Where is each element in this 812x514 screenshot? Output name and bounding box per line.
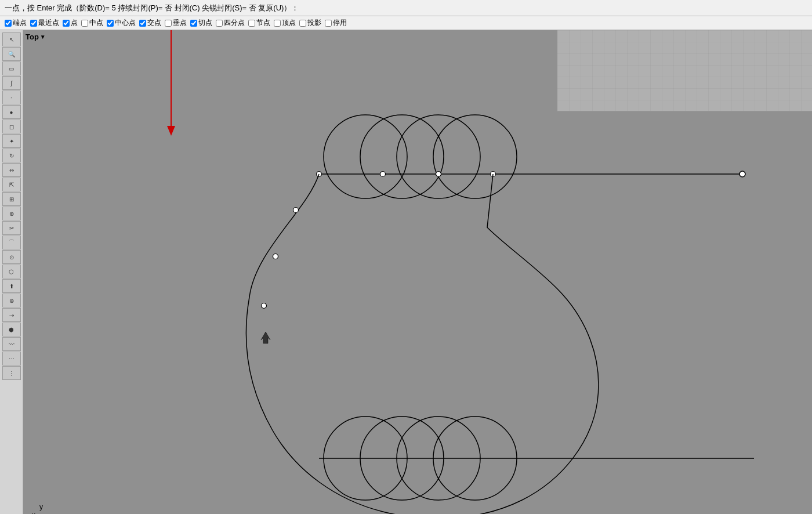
top-circle-3 (397, 115, 480, 198)
snap-label-最近点: 最近点 (38, 18, 59, 28)
snap-checkbox-中心点[interactable] (107, 20, 114, 27)
tool-rectangle-select[interactable]: ▭ (2, 61, 21, 75)
viewport-name: Top (26, 32, 39, 41)
cursor-arrow (261, 332, 270, 343)
snap-checkbox-最近点[interactable] (30, 20, 37, 27)
tool-rotate[interactable]: ↻ (2, 149, 21, 162)
tool-more2[interactable]: ⋮ (2, 366, 21, 380)
control-point-2 (380, 172, 386, 177)
tool-fillet[interactable]: ⌒ (2, 236, 21, 249)
snap-label-端点: 端点 (13, 18, 27, 28)
tool-extrude[interactable]: ⬆ (2, 279, 21, 293)
snap-checkbox-节点[interactable] (248, 20, 255, 27)
tool-sweep[interactable]: ⇢ (2, 308, 21, 322)
snap-item-中点[interactable]: 中点 (81, 18, 103, 28)
tool-curve-tool[interactable]: ∫ (2, 76, 21, 90)
snap-checkbox-顶点[interactable] (274, 20, 281, 27)
main-curve (246, 174, 599, 514)
tool-transform[interactable]: ✦ (2, 134, 21, 148)
y-axis-label: y (39, 503, 43, 511)
snap-bar: 端点最近点点中点中心点交点垂点切点四分点节点顶点投影停用 (0, 16, 812, 30)
snap-label-垂点: 垂点 (173, 18, 187, 28)
left-toolbar: ↖🔍▭∫·●◻✦↻⇔⇱⊞⊕✂⌒⊙⬡⬆⊛⇢⬢〰⋯⋮ (0, 30, 23, 514)
snap-item-切点[interactable]: 切点 (190, 18, 212, 28)
snap-label-交点: 交点 (147, 18, 161, 28)
tool-trim[interactable]: ✂ (2, 221, 21, 235)
tool-sphere[interactable]: ● (2, 105, 21, 119)
tool-boolean[interactable]: ⊕ (2, 207, 21, 220)
top-circle-2 (360, 115, 444, 198)
snap-item-中心点[interactable]: 中心点 (107, 18, 136, 28)
curve-point-2 (273, 254, 278, 259)
snap-item-端点[interactable]: 端点 (5, 18, 27, 28)
tool-loft[interactable]: ⬡ (2, 265, 21, 278)
curve-point-3 (262, 303, 267, 309)
snap-item-节点[interactable]: 节点 (248, 18, 270, 28)
tool-more1[interactable]: ⋯ (2, 352, 21, 365)
curve-point-1 (293, 208, 299, 213)
svg-marker-2 (167, 126, 175, 136)
snap-item-点[interactable]: 点 (63, 18, 78, 28)
snap-checkbox-点[interactable] (63, 20, 70, 27)
svg-marker-3 (261, 332, 270, 343)
command-text: 一点，按 Enter 完成（阶数(D)= 5 持续封闭(P)= 否 封闭(C) … (5, 3, 299, 13)
x-axis-label: x (32, 511, 35, 514)
viewport[interactable]: Top ▼ (23, 30, 812, 514)
snap-checkbox-中点[interactable] (81, 20, 88, 27)
snap-label-点: 点 (71, 18, 78, 28)
snap-checkbox-切点[interactable] (190, 20, 197, 27)
snap-checkbox-四分点[interactable] (216, 20, 223, 27)
top-circle-1 (324, 115, 407, 198)
snap-item-垂点[interactable]: 垂点 (165, 18, 187, 28)
snap-item-四分点[interactable]: 四分点 (216, 18, 245, 28)
tool-offset[interactable]: ⊙ (2, 250, 21, 264)
tool-array[interactable]: ⊞ (2, 192, 21, 206)
tool-point-tool[interactable]: · (2, 91, 21, 104)
command-bar: 一点，按 Enter 完成（阶数(D)= 5 持续封闭(P)= 否 封闭(C) … (0, 0, 812, 16)
snap-label-中点: 中点 (89, 18, 103, 28)
snap-checkbox-交点[interactable] (139, 20, 146, 27)
snap-label-中心点: 中心点 (115, 18, 136, 28)
snap-label-节点: 节点 (256, 18, 270, 28)
tool-surface[interactable]: ◻ (2, 120, 21, 133)
tool-revolve[interactable]: ⊛ (2, 294, 21, 307)
tool-pointer[interactable]: ↖ (2, 32, 21, 46)
control-point-3 (436, 172, 441, 177)
viewport-dropdown-icon[interactable]: ▼ (40, 34, 46, 40)
snap-item-顶点[interactable]: 顶点 (274, 18, 296, 28)
tool-mirror[interactable]: ⇔ (2, 163, 21, 177)
snap-checkbox-停用[interactable] (325, 20, 332, 27)
top-circle-4 (433, 115, 517, 198)
snap-checkbox-端点[interactable] (5, 20, 12, 27)
snap-checkbox-垂点[interactable] (165, 20, 172, 27)
snap-label-切点: 切点 (198, 18, 212, 28)
snap-label-顶点: 顶点 (282, 18, 296, 28)
snap-checkbox-投影[interactable] (299, 20, 306, 27)
snap-item-投影[interactable]: 投影 (299, 18, 321, 28)
snap-label-四分点: 四分点 (224, 18, 245, 28)
canvas-svg[interactable]: x y (23, 30, 812, 514)
tool-blend[interactable]: 〰 (2, 337, 21, 351)
tool-zoom[interactable]: 🔍 (2, 47, 21, 61)
endpoint-right (740, 171, 745, 177)
red-arrow-indicator (167, 30, 175, 136)
snap-item-交点[interactable]: 交点 (139, 18, 161, 28)
snap-item-停用[interactable]: 停用 (325, 18, 347, 28)
snap-label-停用: 停用 (333, 18, 347, 28)
tool-patch[interactable]: ⬢ (2, 323, 21, 336)
tool-scale[interactable]: ⇱ (2, 178, 21, 191)
snap-label-投影: 投影 (307, 18, 321, 28)
viewport-label[interactable]: Top ▼ (26, 32, 46, 41)
snap-item-最近点[interactable]: 最近点 (30, 18, 59, 28)
